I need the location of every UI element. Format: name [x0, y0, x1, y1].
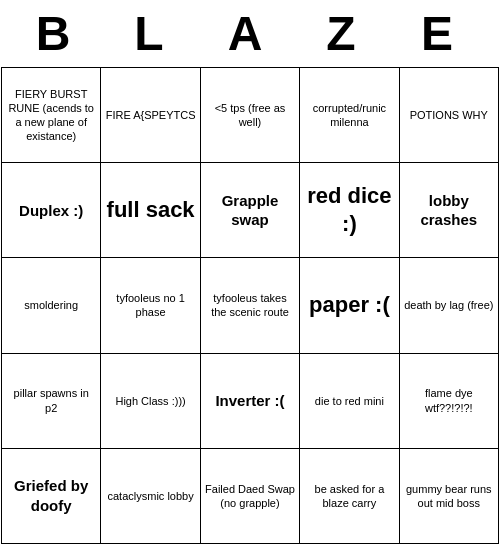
bingo-title: B L A Z E: [0, 0, 500, 67]
bingo-cell-10: smoldering: [2, 258, 101, 353]
bingo-cell-5: Duplex :): [2, 163, 101, 258]
bingo-grid: FIERY BURST RUNE (acends to a new plane …: [1, 67, 499, 544]
title-letter-l: L: [106, 6, 202, 61]
bingo-cell-17: Inverter :(: [201, 354, 300, 449]
bingo-cell-18: die to red mini: [300, 354, 399, 449]
bingo-cell-9: lobby crashes: [400, 163, 499, 258]
bingo-cell-2: <5 tps (free as well): [201, 68, 300, 163]
bingo-cell-4: POTIONS WHY: [400, 68, 499, 163]
bingo-cell-11: tyfooleus no 1 phase: [101, 258, 200, 353]
title-letter-b: B: [10, 6, 106, 61]
bingo-cell-14: death by lag (free): [400, 258, 499, 353]
bingo-cell-16: High Class :))): [101, 354, 200, 449]
bingo-cell-7: Grapple swap: [201, 163, 300, 258]
bingo-cell-22: Failed Daed Swap (no grapple): [201, 449, 300, 544]
bingo-cell-6: full sack: [101, 163, 200, 258]
bingo-cell-15: pillar spawns in p2: [2, 354, 101, 449]
bingo-cell-3: corrupted/runic milenna: [300, 68, 399, 163]
bingo-cell-24: gummy bear runs out mid boss: [400, 449, 499, 544]
bingo-cell-19: flame dye wtf??!?!?!: [400, 354, 499, 449]
bingo-cell-23: be asked for a blaze carry: [300, 449, 399, 544]
bingo-cell-13: paper :(: [300, 258, 399, 353]
title-letter-z: Z: [298, 6, 394, 61]
bingo-cell-21: cataclysmic lobby: [101, 449, 200, 544]
bingo-cell-8: red dice :): [300, 163, 399, 258]
title-letter-e: E: [394, 6, 490, 61]
bingo-cell-0: FIERY BURST RUNE (acends to a new plane …: [2, 68, 101, 163]
bingo-cell-12: tyfooleus takes the scenic route: [201, 258, 300, 353]
bingo-cell-20: Griefed by doofy: [2, 449, 101, 544]
bingo-cell-1: FIRE A{SPEYTCS: [101, 68, 200, 163]
title-letter-a: A: [202, 6, 298, 61]
